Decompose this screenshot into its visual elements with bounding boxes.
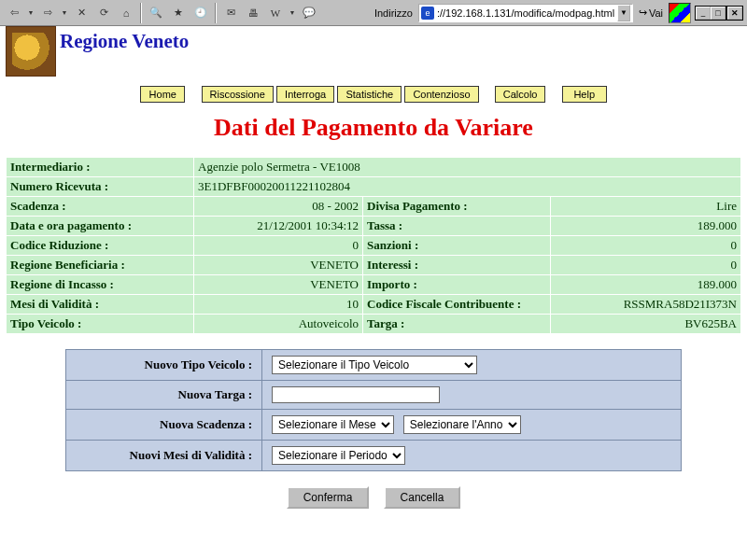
data-ora-value: 21/12/2001 10:34:12 [194,217,362,235]
divisa-value: Lire [551,197,740,216]
table-row: Tipo Veicolo : Autoveicolo Targa : BV625… [7,315,740,333]
importo-label: Importo : [363,275,550,294]
nuova-scadenza-mese-select[interactable]: Selezionare il Mese [272,415,394,434]
interessi-value: 0 [551,256,740,274]
print-icon[interactable]: 🖶 [243,3,263,23]
forward-icon[interactable]: ⇨ [37,3,58,23]
window-controls: _ □ ✕ [695,6,743,21]
nuovi-mesi-select[interactable]: Selezionare il Periodo [272,446,405,465]
nav-riscossione[interactable]: Riscossione [202,86,274,103]
discuss-icon[interactable]: 💬 [299,3,319,23]
nav-statistiche[interactable]: Statistiche [337,86,402,103]
search-icon[interactable]: 🔍 [146,3,166,23]
table-row: Mesi di Validità : 10 Codice Fiscale Con… [7,295,740,314]
windows-logo-icon [669,3,691,23]
intermediario-value: Agenzie polo Sermetra - VE1008 [194,158,740,176]
forward-dd-icon[interactable]: ▼ [60,3,69,23]
close-button[interactable]: ✕ [727,7,742,20]
cf-label: Codice Fiscale Contribuente : [363,295,550,314]
address-dropdown-icon[interactable]: ▼ [617,5,630,21]
table-row: Regione di Incasso : VENETO Importo : 18… [7,275,740,294]
button-row: Conferma Cancella [6,486,741,509]
back-dd-icon[interactable]: ▼ [26,3,35,23]
table-row: Regione Beneficiaria : VENETO Interessi … [7,256,740,274]
form-row: Nuovo Tipo Veicolo : Selezionare il Tipo… [66,350,682,381]
page-title: Dati del Pagamento da Variare [6,114,741,142]
divisa-label: Divisa Pagamento : [363,197,550,216]
codice-riduzione-label: Codice Riduzione : [7,236,193,255]
nuova-scadenza-anno-select[interactable]: Selezionare l'Anno [403,415,521,434]
go-button[interactable]: ↪Vai [639,7,663,19]
nuova-targa-input[interactable] [272,386,440,403]
edit-icon[interactable]: W [265,3,286,23]
table-row: Scadenza : 08 - 2002 Divisa Pagamento : … [7,197,740,216]
regione-benef-label: Regione Beneficiaria : [7,256,193,274]
nav-contenzioso[interactable]: Contenzioso [404,86,478,103]
address-label: Indirizzo [374,7,413,19]
nav-interroga[interactable]: Interroga [276,86,334,103]
form-row: Nuova Scadenza : Selezionare il Mese Sel… [66,410,682,441]
cancella-button[interactable]: Cancella [384,486,461,509]
page-header: Regione Veneto [6,26,741,77]
stop-icon[interactable]: ✕ [71,3,92,23]
table-row: Intermediario : Agenzie polo Sermetra - … [7,158,740,176]
tipo-veicolo-label: Tipo Veicolo : [7,315,193,333]
go-label: Vai [649,7,663,19]
tassa-value: 189.000 [551,217,740,235]
ie-icon: e [421,7,434,20]
mail-icon[interactable]: ✉ [220,3,241,23]
scadenza-label: Scadenza : [7,197,193,216]
nuovi-mesi-label: Nuovi Mesi di Validità : [66,441,262,471]
maximize-button[interactable]: □ [711,7,726,20]
table-row: Numero Ricevuta : 3E1DFBF000200112211028… [7,177,740,196]
numero-ricevuta-label: Numero Ricevuta : [7,177,193,196]
tipo-veicolo-value: Autoveicolo [194,315,362,333]
targa-label: Targa : [363,315,550,333]
minimize-button[interactable]: _ [696,7,711,20]
targa-value: BV625BA [551,315,740,333]
cf-value: RSSMRA58D21I373N [551,295,740,314]
org-title: Regione Veneto [60,30,189,53]
separator [140,3,142,23]
regione-incasso-label: Regione di Incasso : [7,275,193,294]
importo-value: 189.000 [551,275,740,294]
table-row: Codice Riduzione : 0 Sanzioni : 0 [7,236,740,255]
address-bar[interactable]: e ://192.168.1.131/modifica/modpag.html … [418,4,633,22]
data-ora-label: Data e ora pagamento : [7,217,193,235]
home-icon[interactable]: ⌂ [116,3,136,23]
favorites-icon[interactable]: ★ [168,3,189,23]
nuovo-tipo-veicolo-label: Nuovo Tipo Veicolo : [66,350,262,381]
refresh-icon[interactable]: ⟳ [93,3,114,23]
sanzioni-label: Sanzioni : [363,236,550,255]
regione-veneto-logo [6,26,56,77]
sanzioni-value: 0 [551,236,740,255]
conferma-button[interactable]: Conferma [287,486,370,509]
address-url: ://192.168.1.131/modifica/modpag.html [437,7,617,19]
table-row: Data e ora pagamento : 21/12/2001 10:34:… [7,217,740,235]
nav-home[interactable]: Home [140,86,185,103]
interessi-label: Interessi : [363,256,550,274]
separator [215,3,217,23]
scadenza-value: 08 - 2002 [194,197,362,216]
back-icon[interactable]: ⇦ [4,3,24,23]
edit-dd-icon[interactable]: ▼ [288,3,297,23]
regione-incasso-value: VENETO [194,275,362,294]
regione-benef-value: VENETO [194,256,362,274]
form-row: Nuova Targa : [66,381,682,410]
nuovo-tipo-veicolo-select[interactable]: Selezionare il Tipo Veicolo [272,356,477,374]
page-viewport: Regione Veneto Home Riscossione Interrog… [0,26,747,560]
nuova-scadenza-label: Nuova Scadenza : [66,410,262,441]
nav-calcolo[interactable]: Calcolo [495,86,546,103]
history-icon[interactable]: 🕘 [190,3,211,23]
intermediario-label: Intermediario : [7,158,193,176]
payment-data-table: Intermediario : Agenzie polo Sermetra - … [6,157,741,334]
nuova-targa-label: Nuova Targa : [66,381,262,410]
browser-toolbar: ⇦ ▼ ⇨ ▼ ✕ ⟳ ⌂ 🔍 ★ 🕘 ✉ 🖶 W ▼ 💬 Indirizzo … [0,0,747,26]
mesi-validita-value: 10 [194,295,362,314]
numero-ricevuta-value: 3E1DFBF00020011221102804 [194,177,740,196]
mesi-validita-label: Mesi di Validità : [7,295,193,314]
edit-form: Nuovo Tipo Veicolo : Selezionare il Tipo… [65,349,682,471]
nav-help[interactable]: Help [562,86,607,103]
nav-bar: Home Riscossione Interroga Statistiche C… [6,86,741,103]
codice-riduzione-value: 0 [194,236,362,255]
